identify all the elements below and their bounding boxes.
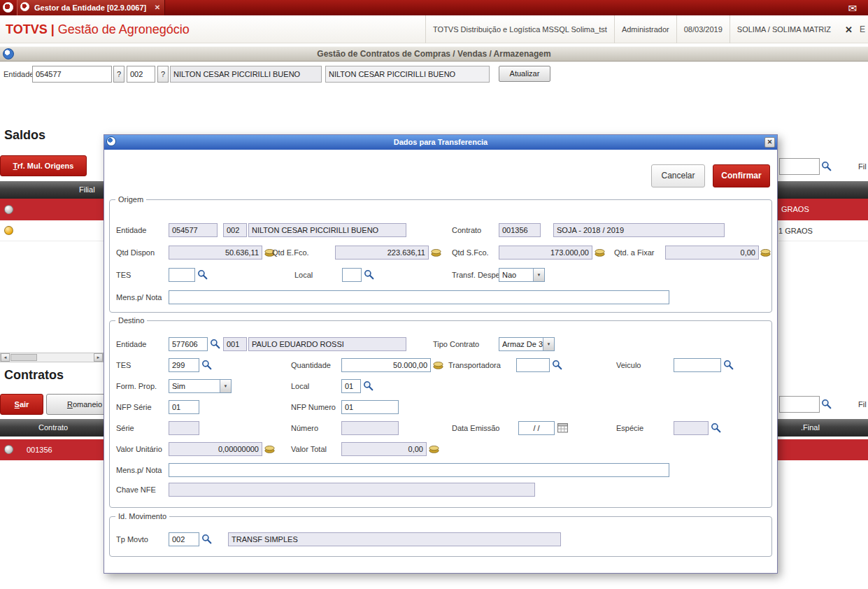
brand-name: TOTVS [6,22,48,36]
numero-label: Número [291,421,318,435]
tp-movto-lookup-icon[interactable] [201,534,213,545]
scroll-right-icon[interactable]: ► [94,353,103,362]
destino-entidade-lookup-icon[interactable] [210,339,221,350]
program-title-bar: Gestão de Contratos de Compras / Vendas … [0,46,868,62]
data-emissao-input[interactable]: / / [518,421,555,435]
tp-movto-input[interactable]: 002 [169,532,199,546]
origem-loja-field: 002 [223,223,247,237]
money-icon [264,444,276,453]
transportadora-lookup-icon[interactable] [552,360,563,371]
scrollbar-thumb[interactable] [10,354,37,361]
tab-close-icon[interactable]: ✕ [155,3,160,13]
origem-entidade-label: Entidade [116,223,146,237]
origem-mens-label: Mens.p/ Nota [116,290,162,304]
serie-label: Série [116,421,134,435]
tab-icon [20,2,29,11]
origem-local-input[interactable] [342,268,362,282]
destino-nome-field: PAULO EDUARDO ROSSI [248,337,406,351]
transf-despesa-select[interactable]: Nao ▼ [499,268,545,282]
quantidade-input[interactable]: 50.000,00 [341,358,431,372]
origem-contrato-label: Contrato [452,223,481,237]
scroll-left-icon[interactable]: ◄ [1,353,10,362]
horizontal-scrollbar[interactable]: ◄ ► [0,353,104,362]
contratos-search-input[interactable] [779,396,820,413]
saldos-search-icon[interactable] [821,161,832,172]
confirmar-button[interactable]: Confirmar [713,164,770,187]
contratos-search-icon[interactable] [821,399,832,410]
status-led-icon [4,445,13,454]
nfp-numero-input[interactable]: 01 [341,400,399,414]
saldos-row2-product: 1 GRAOS [778,220,813,241]
destino-local-lookup-icon[interactable] [363,381,374,392]
status-led-icon [4,205,13,214]
chave-nfe-field [169,483,535,497]
entidade-name-field: NILTON CESAR PICCIRILLI BUENO [170,66,322,83]
transportadora-input[interactable] [516,358,550,372]
origem-tes-lookup-icon[interactable] [197,269,208,281]
form-prop-select[interactable]: Sim ▼ [169,379,232,393]
mail-icon[interactable]: ✉ [848,1,857,15]
origem-entidade-field: 054577 [169,223,218,237]
saldos-col-filial: Filial [79,181,95,199]
money-icon [429,444,440,453]
veiculo-input[interactable] [674,358,721,372]
money-icon [595,248,606,257]
money-icon [431,248,442,257]
sair-button[interactable]: Sair [0,394,43,415]
destino-tes-input[interactable]: 299 [169,358,199,372]
screen: Gestor da Entidade [02.9.0067] ✕ ✉ TOTVS… [0,0,868,589]
numero-field [341,421,399,435]
especie-lookup-icon[interactable] [711,423,722,434]
origem-nome-field: NILTON CESAR PICCIRILLI BUENO [248,223,406,237]
totvs-logo-icon [3,2,13,13]
veiculo-lookup-icon[interactable] [723,360,734,371]
chevron-down-icon[interactable]: ▼ [220,380,231,392]
tp-movto-label: Tp Movto [116,532,148,546]
program-icon [3,48,14,59]
nfp-serie-input[interactable]: 01 [169,400,199,414]
destino-entidade-input[interactable]: 577606 [169,337,208,351]
entidade-label: Entidade [3,67,34,81]
destino-entidade-label: Entidade [116,337,146,351]
tab-gestor-entidade[interactable]: Gestor da Entidade [02.9.0067] ✕ [17,0,165,15]
destino-legend: Destino [115,315,147,326]
origem-mens-input[interactable] [169,290,669,304]
contratos-filter-label: Fil [858,400,867,409]
qtd-dispon-field: 50.636,11 [169,246,262,260]
chevron-down-icon[interactable]: ▼ [533,269,544,281]
origem-legend: Origem [115,194,146,205]
qtd-sfco-label: Qtd S.Fco. [452,246,489,260]
valor-unitario-label: Valor Unitário [116,442,162,456]
contratos-col-final: .Final [801,419,820,437]
trf-mul-origens-button[interactable]: Trf. Mul. Origens [0,155,87,176]
entidade-name2-field: NILTON CESAR PICCIRILLI BUENO [325,66,490,83]
dialog-title-bar[interactable]: Dados para Transferencia ✕ [104,135,777,150]
environment-label: TOTVS Distribuição e Logística MSSQL Sol… [425,15,614,43]
origem-local-label: Local [294,268,313,282]
entidade-code-input[interactable]: 054577 [32,66,112,83]
saldos-search-input[interactable] [779,158,820,175]
valor-total-label: Valor Total [291,442,327,456]
calendar-icon[interactable] [557,423,569,433]
brand-sep: | [48,22,58,36]
atualizar-button[interactable]: Atualizar [499,66,550,82]
nfp-numero-label: NFP Numero [291,400,336,414]
header-close-icon[interactable]: ✕ [838,24,860,35]
entidade-store-input[interactable]: 002 [127,66,155,83]
origem-local-lookup-icon[interactable] [364,269,375,281]
saldos-filter-label: Fil [858,162,867,171]
form-prop-label: Form. Prop. [116,379,157,393]
chevron-down-icon[interactable]: ▼ [543,338,554,350]
contratos-col-contrato: Contrato [38,419,68,437]
origem-tes-input[interactable] [169,268,195,282]
destino-mens-input[interactable] [169,463,669,477]
entidade-store-help-button[interactable]: ? [157,66,169,83]
cancelar-button[interactable]: Cancelar [651,164,705,187]
tipo-contrato-select[interactable]: Armaz De 3 ▼ [499,337,555,351]
transfer-dialog: Dados para Transferencia ✕ Cancelar Conf… [104,134,778,574]
entidade-code-help-button[interactable]: ? [113,66,124,83]
date-label: 08/03/2019 [676,15,730,43]
destino-local-input[interactable]: 01 [341,379,361,393]
dialog-close-icon[interactable]: ✕ [764,137,775,148]
destino-tes-lookup-icon[interactable] [201,360,213,371]
